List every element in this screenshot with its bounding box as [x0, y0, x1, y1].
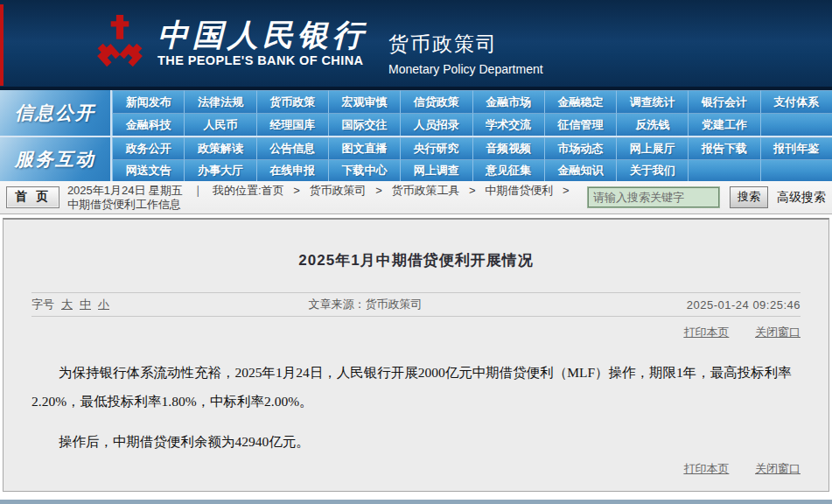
- nav-item[interactable]: 市场动态: [544, 137, 616, 159]
- nav-item[interactable]: 政策解读: [184, 137, 255, 159]
- nav-item[interactable]: 报刊年鉴: [760, 137, 832, 159]
- breadcrumb-link-tools[interactable]: 货币政策工具: [391, 184, 459, 197]
- font-size-label: 字号: [31, 297, 54, 312]
- page-title: 2025年1月中期借贷便利开展情况: [31, 250, 801, 270]
- nav-item[interactable]: 征信管理: [544, 113, 616, 136]
- nav-item[interactable]: 国际交往: [328, 113, 400, 136]
- article-body: 为保持银行体系流动性充裕，2025年1月24日，人民银行开展2000亿元中期借贷…: [31, 358, 801, 456]
- home-button[interactable]: 首 页: [6, 186, 59, 208]
- nav-item[interactable]: 经理国库: [256, 113, 328, 136]
- nav-item[interactable]: 网上调查: [400, 159, 472, 181]
- nav-item-empty: [688, 159, 759, 181]
- nav-item[interactable]: 关于我们: [616, 159, 688, 181]
- nav-band-services: 服务互动 政务公开 政策解读 公告信息 图文直播 央行研究 音频视频 市场动态 …: [0, 136, 832, 181]
- nav-item[interactable]: 反洗钱: [616, 113, 688, 136]
- location-label: 我的位置:: [213, 184, 262, 197]
- search-button[interactable]: 搜索: [730, 186, 768, 208]
- nav-grid-services: 政务公开 政策解读 公告信息 图文直播 央行研究 音频视频 市场动态 网上展厅 …: [112, 137, 832, 181]
- font-size-large[interactable]: 大: [61, 297, 73, 312]
- print-page-link[interactable]: 打印本页: [683, 462, 729, 475]
- breadcrumb-bar: 首 页 2025年1月24日 星期五 ｜ 我的位置:首页 > 货币政策司 > 货…: [0, 181, 832, 214]
- search-group: 搜索 高级搜索: [588, 186, 826, 208]
- nav-item[interactable]: 下载中心: [328, 159, 400, 181]
- department-names: 货币政策司 Monetary Policy Department: [388, 11, 543, 76]
- nav-item[interactable]: 法律法规: [184, 90, 255, 113]
- nav-item[interactable]: 音频视频: [472, 137, 544, 159]
- article-datetime: 2025-01-24 09:25:46: [570, 298, 801, 312]
- content-area: 2025年1月中期借贷便利开展情况 字号 大 中 小 文章来源：货币政策司 20…: [0, 214, 832, 496]
- nav-item[interactable]: 学术交流: [472, 113, 544, 136]
- breadcrumb-link-dept[interactable]: 货币政策司: [310, 184, 367, 197]
- article-actions-top: 打印本页 关闭窗口: [31, 325, 801, 340]
- nav-item[interactable]: 党建工作: [688, 113, 759, 136]
- nav-item[interactable]: 图文直播: [328, 137, 400, 159]
- nav-grid-info-disclosure: 新闻发布 法律法规 货币政策 宏观审慎 信贷政策 金融市场 金融稳定 调查统计 …: [112, 90, 832, 136]
- breadcrumb-link-mlf[interactable]: 中期借贷便利: [485, 184, 553, 197]
- department-name-en: Monetary Policy Department: [388, 62, 543, 76]
- bank-name-cn: 中国人民银行: [157, 19, 367, 52]
- nav-item[interactable]: 人民币: [184, 113, 255, 136]
- nav-section-info-disclosure[interactable]: 信息公开: [0, 90, 112, 136]
- breadcrumb-link-mlf-info[interactable]: 中期借贷便利工作信息: [67, 198, 181, 211]
- article-paragraph: 为保持银行体系流动性充裕，2025年1月24日，人民银行开展2000亿元中期借贷…: [31, 358, 801, 416]
- site-header: 中国人民银行 THE PEOPLE'S BANK OF CHINA 货币政策司 …: [0, 0, 832, 90]
- nav-item[interactable]: 调查统计: [616, 90, 688, 113]
- nav-item[interactable]: 在线申报: [256, 159, 328, 181]
- gt-separator: >: [563, 184, 570, 197]
- nav-item-empty: [760, 159, 832, 181]
- main-navigation: 信息公开 新闻发布 法律法规 货币政策 宏观审慎 信贷政策 金融市场 金融稳定 …: [0, 90, 832, 181]
- nav-item[interactable]: 新闻发布: [112, 90, 184, 113]
- source-label: 文章来源：: [308, 298, 365, 311]
- pboc-logo-group: 中国人民银行 THE PEOPLE'S BANK OF CHINA 货币政策司 …: [93, 11, 543, 76]
- article-source: 文章来源：货币政策司: [308, 297, 570, 312]
- pipe-separator: ｜: [192, 184, 204, 197]
- department-name-cn: 货币政策司: [388, 31, 543, 58]
- current-date: 2025年1月24日 星期五: [67, 184, 183, 197]
- nav-item[interactable]: 信贷政策: [400, 90, 472, 113]
- nav-band-info-disclosure: 信息公开 新闻发布 法律法规 货币政策 宏观审慎 信贷政策 金融市场 金融稳定 …: [0, 90, 832, 136]
- article-paragraph: 操作后，中期借贷便利余额为42940亿元。: [31, 427, 801, 456]
- font-size-small[interactable]: 小: [98, 297, 109, 312]
- nav-item[interactable]: 人员招录: [400, 113, 472, 136]
- article-box: 2025年1月中期借贷便利开展情况 字号 大 中 小 文章来源：货币政策司 20…: [3, 218, 829, 492]
- print-page-link[interactable]: 打印本页: [683, 326, 729, 339]
- gt-separator: >: [375, 184, 382, 197]
- nav-item[interactable]: 金融市场: [472, 90, 544, 113]
- search-input[interactable]: [588, 187, 719, 207]
- nav-item[interactable]: 网送文告: [112, 159, 184, 181]
- red-edge-decoration: [0, 4, 3, 86]
- nav-item[interactable]: 支付体系: [760, 90, 832, 113]
- nav-item[interactable]: 网上展厅: [616, 137, 688, 159]
- nav-item[interactable]: 公告信息: [256, 137, 328, 159]
- nav-item[interactable]: 政务公开: [112, 137, 184, 159]
- breadcrumb: 2025年1月24日 星期五 ｜ 我的位置:首页 > 货币政策司 > 货币政策工…: [67, 184, 588, 212]
- source-value: 货币政策司: [365, 298, 422, 311]
- nav-item[interactable]: 央行研究: [400, 137, 472, 159]
- nav-item[interactable]: 办事大厅: [184, 159, 255, 181]
- gt-separator: >: [469, 184, 476, 197]
- advanced-search-link[interactable]: 高级搜索: [777, 190, 826, 206]
- nav-item[interactable]: 报告下载: [688, 137, 759, 159]
- pboc-emblem-icon: [93, 14, 147, 74]
- nav-item-empty: [760, 113, 832, 136]
- article-meta-row: 字号 大 中 小 文章来源：货币政策司 2025-01-24 09:25:46: [31, 292, 801, 317]
- nav-item[interactable]: 金融稳定: [544, 90, 616, 113]
- nav-item[interactable]: 金融科技: [112, 113, 184, 136]
- footer-strip: [0, 500, 832, 504]
- breadcrumb-link-home[interactable]: 首页: [262, 184, 284, 197]
- nav-item[interactable]: 货币政策: [256, 90, 328, 113]
- nav-item[interactable]: 宏观审慎: [328, 90, 400, 113]
- font-size-controls: 字号 大 中 小: [31, 297, 308, 312]
- bank-name-en: THE PEOPLE'S BANK OF CHINA: [157, 53, 367, 67]
- bank-names: 中国人民银行 THE PEOPLE'S BANK OF CHINA: [157, 19, 367, 67]
- nav-item[interactable]: 银行会计: [688, 90, 759, 113]
- article-actions-bottom: 打印本页 关闭窗口: [683, 461, 801, 477]
- nav-item[interactable]: 意见征集: [472, 159, 544, 181]
- nav-item[interactable]: 金融知识: [544, 159, 616, 181]
- font-size-medium[interactable]: 中: [80, 297, 91, 312]
- nav-section-services[interactable]: 服务互动: [0, 137, 112, 181]
- gt-separator: >: [293, 184, 300, 197]
- close-window-link[interactable]: 关闭窗口: [755, 462, 801, 475]
- close-window-link[interactable]: 关闭窗口: [755, 326, 801, 339]
